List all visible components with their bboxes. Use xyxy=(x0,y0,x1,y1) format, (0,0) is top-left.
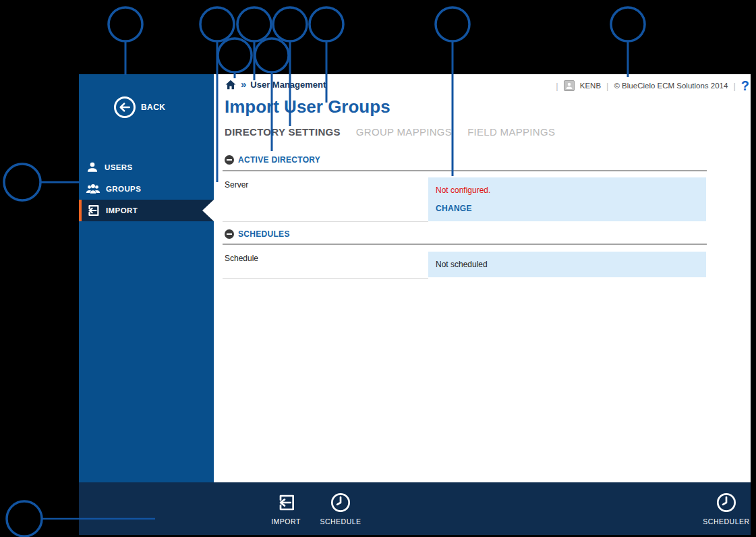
server-value-panel: Not configured. CHANGE xyxy=(428,177,706,221)
callout-circle xyxy=(436,7,469,41)
import-label: IMPORT xyxy=(271,517,301,526)
callout-circle xyxy=(310,7,343,41)
sidebar-item-groups[interactable]: GROUPS xyxy=(79,179,214,198)
collapse-icon[interactable] xyxy=(225,229,234,239)
breadcrumb-separator: » xyxy=(241,78,246,90)
logged-in-user[interactable]: KENB xyxy=(580,82,601,90)
sidebar-item-label: USERS xyxy=(105,163,133,171)
clock-icon xyxy=(716,492,737,513)
sidebar-item-users[interactable]: USERS xyxy=(79,158,214,177)
section-title: ACTIVE DIRECTORY xyxy=(238,155,320,165)
header-separator: | xyxy=(606,81,608,91)
section-schedules[interactable]: SCHEDULES xyxy=(225,229,290,239)
tab-directory-settings[interactable]: DIRECTORY SETTINGS xyxy=(225,126,341,138)
scheduler-button[interactable]: SCHEDULER xyxy=(695,492,756,526)
schedule-label: Schedule xyxy=(225,254,258,263)
sidebar-item-import[interactable]: IMPORT xyxy=(79,200,214,221)
import-icon xyxy=(86,203,100,218)
main-content: » User Management | KENB | © BlueCielo E… xyxy=(214,74,751,482)
sidebar: BACK USERS GROUPS xyxy=(79,74,214,482)
schedule-value-panel: Not scheduled xyxy=(428,252,706,277)
section-title: SCHEDULES xyxy=(238,229,290,239)
group-icon xyxy=(86,182,100,196)
schedule-button[interactable]: SCHEDULE xyxy=(309,492,372,526)
tab-bar: DIRECTORY SETTINGS GROUP MAPPINGS FIELD … xyxy=(225,126,555,138)
breadcrumb-current[interactable]: User Management xyxy=(250,80,326,90)
sidebar-item-label: IMPORT xyxy=(106,206,138,215)
import-button[interactable]: IMPORT xyxy=(254,492,318,526)
back-label: BACK xyxy=(141,103,165,112)
user-icon xyxy=(86,161,99,174)
app-canvas: BACK USERS GROUPS xyxy=(0,0,756,537)
header-separator: | xyxy=(733,81,735,91)
server-status: Not configured. xyxy=(436,186,699,195)
help-button[interactable]: ? xyxy=(741,80,749,92)
collapse-icon[interactable] xyxy=(225,155,234,165)
header-separator: | xyxy=(556,81,558,91)
callout-circle xyxy=(7,501,42,536)
header-right: | KENB | © BlueCielo ECM Solutions 2014 … xyxy=(556,80,749,92)
callout-circle xyxy=(611,7,645,41)
callout-circle xyxy=(109,7,142,41)
back-arrow-icon xyxy=(114,96,136,118)
section-divider xyxy=(223,170,707,171)
home-icon[interactable] xyxy=(225,79,237,90)
bottom-app-bar: IMPORT SCHEDULE SCHEDULER xyxy=(79,482,751,535)
clock-icon xyxy=(330,492,351,513)
row-divider xyxy=(223,278,428,279)
change-link[interactable]: CHANGE xyxy=(436,204,472,213)
tab-field-mappings[interactable]: FIELD MAPPINGS xyxy=(467,126,555,138)
callout-circle xyxy=(237,7,271,41)
callout-circle xyxy=(255,38,289,72)
schedule-label: SCHEDULE xyxy=(320,517,361,526)
selected-item-notch xyxy=(202,200,214,221)
scheduler-label: SCHEDULER xyxy=(703,517,749,526)
section-active-directory[interactable]: ACTIVE DIRECTORY xyxy=(225,155,320,165)
back-button[interactable]: BACK xyxy=(114,96,165,118)
page-title: Import User Groups xyxy=(225,96,390,117)
tab-group-mappings[interactable]: GROUP MAPPINGS xyxy=(356,126,452,138)
row-divider xyxy=(223,221,428,222)
callout-circle xyxy=(218,38,252,72)
section-divider xyxy=(223,244,707,245)
user-avatar-icon xyxy=(564,80,575,91)
callout-circle xyxy=(200,7,234,41)
callout-circle xyxy=(273,7,307,41)
server-label: Server xyxy=(225,180,248,190)
import-icon xyxy=(274,492,297,513)
schedule-status: Not scheduled xyxy=(436,260,488,269)
copyright-text: © BlueCielo ECM Solutions 2014 xyxy=(614,82,728,90)
sidebar-item-label: GROUPS xyxy=(106,185,141,193)
callout-circle xyxy=(4,164,40,200)
breadcrumb: » User Management xyxy=(225,78,326,90)
